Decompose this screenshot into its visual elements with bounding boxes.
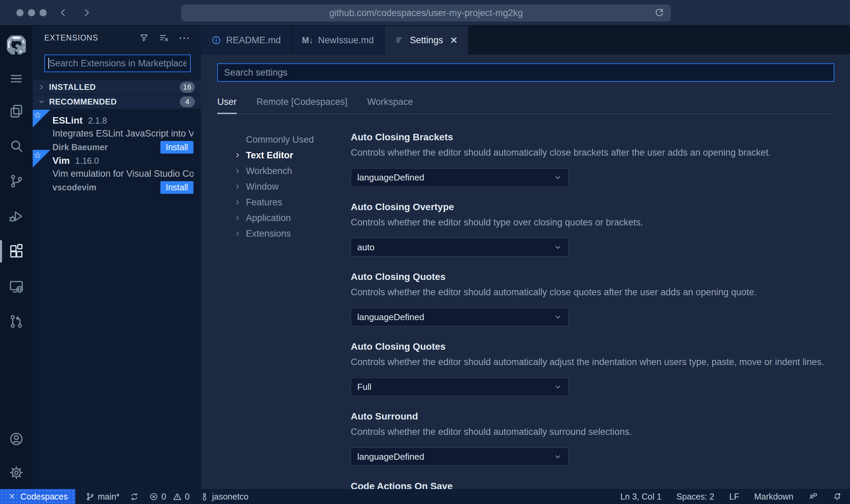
chevron-down-icon (37, 98, 46, 106)
extension-list: ☆ ESLint 2.1.8 Integrates ESLint JavaScr… (33, 110, 201, 489)
chevron-right-icon (234, 151, 242, 159)
menu-icon[interactable] (0, 64, 33, 93)
tab-newissue[interactable]: M↓ NewIssue.md (292, 26, 385, 54)
toc-text-editor[interactable]: Text Editor (234, 147, 333, 163)
toc-window[interactable]: Window (234, 179, 333, 194)
extension-version: 1.16.0 (75, 156, 99, 166)
source-control-icon[interactable] (0, 163, 33, 199)
close-tab-icon[interactable]: ✕ (450, 35, 458, 46)
extension-name: Vim (52, 155, 70, 166)
toc-commonly-used[interactable]: Commonly Used (234, 132, 333, 147)
chevron-down-icon (553, 173, 562, 182)
setting-dropdown[interactable]: Full (351, 378, 569, 396)
user-status[interactable]: jasonetco (200, 492, 249, 502)
setting-description: Controls whether the editor should autom… (351, 427, 834, 437)
extension-description: Integrates ESLint JavaScript into VS C..… (52, 128, 193, 139)
panel-title: EXTENSIONS (44, 33, 98, 43)
scope-tab-remote[interactable]: Remote [Codespaces] (256, 97, 347, 113)
codespaces-status-button[interactable]: Codespaces (0, 489, 75, 504)
window-minimize-button[interactable] (28, 9, 35, 16)
url-text: github.com/codespaces/user-my-project-mg… (329, 8, 523, 18)
pull-requests-icon[interactable] (0, 304, 33, 339)
toc-application[interactable]: Application (234, 210, 333, 226)
window-controls (16, 9, 47, 16)
account-icon[interactable] (0, 421, 33, 456)
reload-icon[interactable] (654, 7, 665, 18)
setting-dropdown[interactable]: languageDefined (351, 308, 569, 326)
setting-title: Auto Closing Quotes (351, 341, 834, 352)
extension-name: ESLint (52, 115, 83, 126)
chevron-right-icon (234, 167, 242, 175)
extension-item-eslint[interactable]: ☆ ESLint 2.1.8 Integrates ESLint JavaScr… (33, 110, 201, 150)
toc-workbench[interactable]: Workbench (234, 163, 333, 179)
branch-status[interactable]: main* (85, 492, 120, 502)
settings-search-box[interactable] (217, 63, 834, 82)
extension-version: 2.1.8 (88, 116, 107, 126)
setting-dropdown[interactable]: languageDefined (351, 447, 569, 466)
settings-gear-icon[interactable] (0, 456, 33, 489)
section-recommended[interactable]: RECOMMENDED 4 (33, 95, 201, 109)
browser-back-button[interactable] (58, 7, 68, 18)
feedback-icon[interactable] (808, 492, 818, 501)
extensions-search-input[interactable] (49, 58, 187, 69)
warning-count: 0 (185, 492, 190, 502)
remote-explorer-icon[interactable] (0, 269, 33, 304)
window-zoom-button[interactable] (40, 9, 47, 16)
toc-extensions[interactable]: Extensions (234, 226, 333, 241)
run-debug-icon[interactable] (0, 199, 33, 234)
extensions-icon[interactable] (0, 234, 33, 269)
setting-dropdown[interactable]: languageDefined (351, 168, 569, 187)
scope-tab-workspace[interactable]: Workspace (367, 97, 413, 113)
setting-dropdown[interactable]: auto (351, 238, 569, 256)
settings-editor: User Remote [Codespaces] Workspace Commo… (201, 54, 850, 489)
setting-auto-surround: Auto Surround Controls whether the edito… (351, 411, 834, 466)
remote-icon (7, 492, 16, 501)
chevron-right-icon (234, 198, 242, 206)
section-installed[interactable]: INSTALLED 16 (33, 80, 201, 94)
more-actions-icon[interactable]: ⋯ (178, 34, 191, 41)
activity-bar (0, 26, 33, 489)
window-close-button[interactable] (16, 9, 23, 16)
notifications-bell-icon[interactable] (833, 492, 842, 501)
browser-chrome: github.com/codespaces/user-my-project-mg… (0, 0, 850, 26)
sync-status[interactable] (130, 492, 139, 501)
settings-toc: Commonly Used Text Editor Workbench Wind… (217, 132, 333, 489)
settings-search-input[interactable] (220, 67, 832, 78)
chevron-down-icon (553, 382, 562, 391)
chevron-down-icon (553, 313, 562, 321)
toc-features[interactable]: Features (234, 194, 333, 210)
section-label: RECOMMENDED (49, 97, 117, 107)
tab-label: Settings (410, 35, 443, 46)
error-count: 0 (161, 492, 166, 502)
browser-forward-button[interactable] (81, 7, 92, 18)
explorer-icon[interactable] (0, 93, 33, 128)
language-mode-status[interactable]: Markdown (754, 492, 793, 502)
indentation-status[interactable]: Spaces: 2 (676, 492, 714, 502)
filter-icon[interactable] (139, 33, 149, 43)
sync-icon (130, 492, 139, 501)
setting-title: Auto Surround (351, 411, 834, 422)
info-icon (211, 35, 221, 45)
cursor-position-status[interactable]: Ln 3, Col 1 (620, 492, 661, 502)
chevron-down-icon (553, 243, 562, 252)
extensions-search-box[interactable] (44, 54, 191, 72)
clear-extension-search-icon[interactable] (159, 33, 169, 43)
tab-settings[interactable]: Settings ✕ (384, 26, 469, 54)
setting-description: Controls whether the editor should autom… (351, 147, 834, 158)
tab-bar: README.md M↓ NewIssue.md Settings ✕ (201, 26, 850, 54)
setting-code-actions-on-save: Code Actions On Save (351, 481, 834, 489)
problems-status[interactable]: 0 0 (149, 492, 190, 502)
tab-label: README.md (226, 35, 281, 46)
extension-item-vim[interactable]: ☆ Vim 1.16.0 Vim emulation for Visual St… (33, 150, 201, 190)
search-icon[interactable] (0, 128, 33, 163)
install-button[interactable]: Install (160, 181, 193, 194)
browser-address-bar[interactable]: github.com/codespaces/user-my-project-mg… (181, 4, 671, 21)
chevron-down-icon (553, 452, 562, 461)
scope-tab-user[interactable]: User (217, 97, 237, 113)
markdown-icon: M↓ (302, 35, 313, 45)
chevron-right-icon (234, 214, 242, 222)
eol-status[interactable]: LF (729, 492, 739, 502)
setting-title: Auto Closing Overtype (351, 202, 834, 212)
tab-readme[interactable]: README.md (201, 26, 292, 54)
chevron-right-icon (234, 183, 242, 191)
